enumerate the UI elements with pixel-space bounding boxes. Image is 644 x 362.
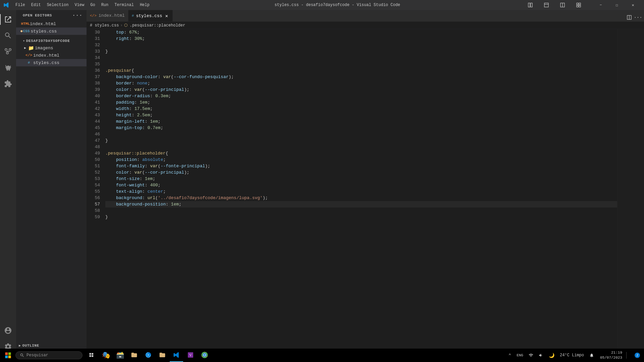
taskbar-file-explorer[interactable] bbox=[127, 349, 141, 362]
modified-dot-css: ● bbox=[20, 28, 23, 34]
svg-rect-14 bbox=[5, 356, 8, 358]
activity-explorer[interactable] bbox=[0, 11, 16, 27]
layout-icon-2[interactable] bbox=[539, 0, 554, 10]
show-desktop[interactable] bbox=[626, 352, 631, 359]
taskbar-emoji[interactable]: 🎭 bbox=[99, 349, 113, 362]
file-icon-css: CSS bbox=[23, 28, 29, 34]
menu-edit[interactable]: Edit bbox=[29, 2, 44, 8]
breadcrumb-separator: › bbox=[120, 23, 122, 28]
svg-rect-1 bbox=[531, 3, 532, 7]
tab-index-html[interactable]: </> index.html bbox=[87, 10, 128, 21]
breadcrumb-selector[interactable]: ⬡ .pesquisar::placeholder bbox=[124, 23, 185, 28]
code-line-32 bbox=[105, 42, 617, 48]
taskbar-edge[interactable] bbox=[142, 349, 155, 362]
taskbar-apps: 🎭 🗃️ V bbox=[85, 349, 211, 362]
taskbar-task-view[interactable] bbox=[85, 349, 99, 362]
folder-imagens[interactable]: ▶ 📁 imagens bbox=[16, 44, 87, 52]
code-line-52: color: var(--cor-principal); bbox=[105, 169, 617, 176]
system-tray-icons[interactable]: ⌃ bbox=[506, 352, 513, 359]
svg-rect-6 bbox=[577, 3, 578, 5]
activity-search[interactable] bbox=[0, 27, 16, 44]
menu-selection[interactable]: Selection bbox=[44, 2, 71, 8]
code-line-50: position: absolute; bbox=[105, 157, 617, 163]
taskbar-vscode[interactable] bbox=[170, 349, 183, 362]
tab-styles-css[interactable]: # styles.css ✕ bbox=[128, 10, 173, 21]
more-actions-button[interactable]: ··· bbox=[634, 13, 642, 21]
project-section[interactable]: ▾ DESAFIO7DAYSOFCODE bbox=[16, 36, 87, 44]
wifi-icon[interactable] bbox=[527, 352, 535, 358]
file-index-html[interactable]: </> index.html bbox=[16, 52, 87, 59]
line-numbers: 3031323334353637383940414243444546474849… bbox=[87, 29, 103, 355]
layout-icon-1[interactable] bbox=[523, 0, 538, 10]
chevron-right-icon-outline: ▶ bbox=[19, 344, 21, 348]
split-editor-button[interactable] bbox=[625, 13, 633, 21]
svg-rect-9 bbox=[579, 5, 581, 7]
code-line-49: .pesquisar::placeholder{ bbox=[105, 150, 617, 157]
activity-run-debug[interactable] bbox=[0, 60, 16, 76]
code-line-35 bbox=[105, 61, 617, 67]
file-styles-css[interactable]: # styles.css bbox=[16, 59, 87, 66]
code-content[interactable]: top: 67%;right: 30%; } .pesquisar{backgr… bbox=[103, 29, 617, 355]
open-editors-menu[interactable]: ··· bbox=[72, 13, 83, 18]
taskbar-search-box[interactable]: Pesquisar bbox=[15, 351, 83, 359]
taskbar-clock[interactable]: 21:19 05/07/2023 bbox=[597, 350, 625, 361]
svg-rect-15 bbox=[8, 356, 11, 358]
tab-close-button[interactable]: ✕ bbox=[164, 13, 169, 19]
open-editors-list: HTML index.html ● CSS styles.css bbox=[16, 20, 87, 35]
taskbar-search-label: Pesquisar bbox=[26, 353, 48, 358]
code-line-55: text-align: center; bbox=[105, 188, 617, 195]
temperature[interactable]: 24°C Limpo bbox=[558, 352, 586, 358]
activity-source-control[interactable] bbox=[0, 44, 16, 60]
code-line-34 bbox=[105, 55, 617, 61]
open-editor-index-html[interactable]: HTML index.html bbox=[16, 20, 87, 27]
svg-rect-2 bbox=[544, 3, 548, 7]
main-layout: OPEN EDITORS ··· HTML index.html ● CSS s… bbox=[0, 10, 644, 355]
menu-terminal[interactable]: Terminal bbox=[112, 2, 137, 8]
menu-run[interactable]: Run bbox=[99, 2, 111, 8]
breadcrumb: # styles.css › ⬡ .pesquisar::placeholder bbox=[87, 22, 644, 29]
language-indicator[interactable]: ENG bbox=[515, 353, 525, 358]
menu-bar: File Edit Selection View Go Run Terminal… bbox=[13, 2, 152, 8]
code-line-30: top: 67%; bbox=[105, 29, 617, 36]
window-controls: – ☐ ✕ bbox=[523, 0, 641, 10]
taskbar-explorer2[interactable] bbox=[156, 349, 169, 362]
code-line-33: } bbox=[105, 48, 617, 55]
menu-help[interactable]: Help bbox=[137, 2, 152, 8]
menu-view[interactable]: View bbox=[72, 2, 87, 8]
notification-badge[interactable]: 2 bbox=[633, 352, 642, 359]
open-editor-styles-css[interactable]: ● CSS styles.css bbox=[16, 27, 87, 35]
volume-icon[interactable] bbox=[537, 352, 545, 358]
code-line-54: font-weight: 400; bbox=[105, 182, 617, 188]
maximize-button[interactable]: ☐ bbox=[609, 0, 625, 10]
taskbar-chrome[interactable] bbox=[198, 349, 211, 362]
close-button[interactable]: ✕ bbox=[625, 0, 641, 10]
code-line-37: background-color: var(--cor-fundo-pesqui… bbox=[105, 74, 617, 80]
windows-start-button[interactable] bbox=[2, 349, 14, 361]
code-line-41: padding: 1em; bbox=[105, 99, 617, 106]
taskbar-db[interactable]: 🗃️ bbox=[113, 349, 127, 362]
minimap bbox=[617, 29, 644, 355]
tab-bar: </> index.html # styles.css ✕ ··· bbox=[87, 10, 644, 22]
outline-section[interactable]: ▶ OUTLINE bbox=[16, 343, 87, 349]
menu-go[interactable]: Go bbox=[88, 2, 98, 8]
minimize-button[interactable]: – bbox=[593, 0, 608, 10]
code-editor[interactable]: 3031323334353637383940414243444546474849… bbox=[87, 29, 644, 355]
code-line-40: border-radius: 0.3em; bbox=[105, 93, 617, 99]
activity-extensions[interactable] bbox=[0, 76, 16, 92]
svg-rect-0 bbox=[528, 3, 530, 7]
activity-account[interactable] bbox=[0, 322, 16, 339]
code-line-45: margin-top: 0.7em; bbox=[105, 125, 617, 131]
svg-rect-7 bbox=[579, 3, 581, 5]
taskbar-vs[interactable]: V bbox=[184, 349, 197, 362]
menu-file[interactable]: File bbox=[13, 2, 28, 8]
tab-css-icon: # bbox=[132, 14, 134, 18]
moon-icon[interactable]: 🌙 bbox=[547, 352, 556, 359]
layout-icon-4[interactable] bbox=[571, 0, 586, 10]
svg-rect-12 bbox=[5, 352, 8, 355]
layout-icon-3[interactable] bbox=[555, 0, 570, 10]
open-editors-section[interactable]: OPEN EDITORS ··· bbox=[16, 10, 87, 19]
notification-area[interactable] bbox=[587, 352, 596, 358]
code-line-46 bbox=[105, 131, 617, 137]
chevron-right-icon: ▶ bbox=[23, 46, 28, 50]
breadcrumb-file[interactable]: # styles.css bbox=[90, 23, 119, 28]
